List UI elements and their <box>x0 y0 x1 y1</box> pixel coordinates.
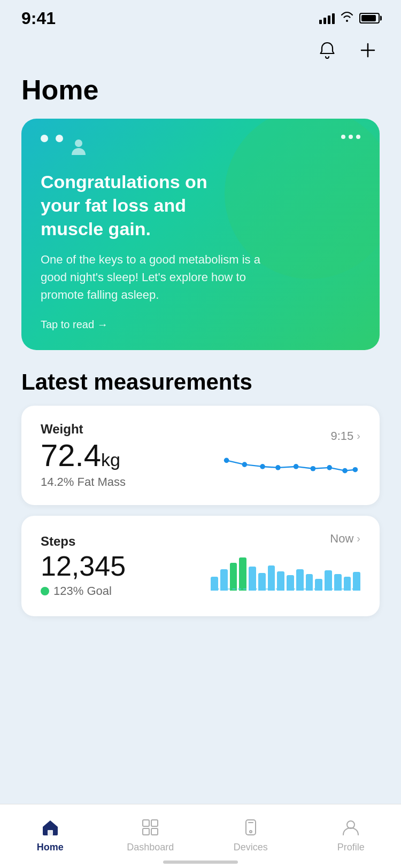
home-icon <box>39 816 61 839</box>
banner-indicator <box>41 135 87 157</box>
goal-line <box>211 588 360 590</box>
svg-rect-13 <box>151 820 158 826</box>
status-icons <box>319 11 380 25</box>
step-bar <box>249 567 256 591</box>
nav-dashboard-label: Dashboard <box>127 842 174 853</box>
person-silhouette-icon <box>71 138 87 157</box>
steps-card-left: Steps 12,345 123% Goal <box>41 534 126 598</box>
add-button[interactable] <box>356 38 380 62</box>
svg-rect-12 <box>143 828 149 835</box>
step-bar <box>325 570 332 590</box>
weight-card-left: Weight 72.4kg 14.2% Fat Mass <box>41 422 126 489</box>
menu-dot-1 <box>341 135 345 139</box>
banner-menu[interactable] <box>341 135 360 139</box>
steps-time: Now › <box>330 532 360 546</box>
weight-time: 9:15 › <box>331 429 361 443</box>
banner-card[interactable]: Congratulations on your fat loss and mus… <box>21 119 380 350</box>
svg-point-1 <box>224 458 229 463</box>
svg-rect-14 <box>151 828 158 835</box>
step-bar <box>268 565 275 591</box>
chevron-icon: › <box>357 532 360 545</box>
svg-point-2 <box>242 462 248 467</box>
plus-icon <box>359 41 377 59</box>
step-bar <box>239 557 246 590</box>
bottom-nav: Home Dashboard Devices <box>0 804 401 868</box>
banner-description: One of the keys to a good metabolism is … <box>41 251 276 304</box>
svg-point-4 <box>275 465 281 470</box>
steps-sub: 123% Goal <box>41 584 126 598</box>
weight-card-right: 9:15 › <box>221 429 360 482</box>
svg-point-7 <box>327 465 332 470</box>
notification-button[interactable] <box>314 37 340 63</box>
header-icons <box>314 37 380 63</box>
goal-indicator <box>41 587 49 595</box>
page-title: Home <box>21 74 380 106</box>
nav-profile[interactable]: Profile <box>301 809 402 853</box>
battery-icon <box>359 13 380 24</box>
menu-dot-2 <box>349 135 353 139</box>
weight-value: 72.4kg <box>41 440 126 471</box>
signal-icon <box>319 12 335 24</box>
wifi-icon <box>340 11 354 25</box>
step-bar <box>353 572 360 591</box>
svg-point-8 <box>342 468 348 473</box>
svg-point-16 <box>250 831 252 833</box>
home-indicator <box>163 861 238 864</box>
nav-home-label: Home <box>37 842 64 853</box>
status-bar: 9:41 <box>0 0 401 32</box>
nav-profile-label: Profile <box>337 842 365 853</box>
weight-label: Weight <box>41 422 126 437</box>
nav-home[interactable]: Home <box>0 809 101 853</box>
nav-devices[interactable]: Devices <box>200 809 301 853</box>
svg-point-3 <box>260 464 265 469</box>
steps-label: Steps <box>41 534 126 549</box>
profile-icon <box>340 816 362 839</box>
indicator-dot-2 <box>56 135 63 142</box>
banner-header <box>41 135 360 157</box>
nav-dashboard[interactable]: Dashboard <box>101 809 201 853</box>
banner-cta-button[interactable]: Tap to read → <box>41 319 108 331</box>
svg-point-9 <box>353 467 358 472</box>
steps-card[interactable]: Steps 12,345 123% Goal Now › <box>21 516 380 616</box>
steps-card-right: Now › <box>211 532 360 600</box>
svg-rect-11 <box>143 820 149 826</box>
svg-rect-10 <box>48 830 53 835</box>
weight-card[interactable]: Weight 72.4kg 14.2% Fat Mass 9:15 › <box>21 406 380 505</box>
page-title-section: Home <box>0 63 401 119</box>
svg-point-0 <box>75 140 82 147</box>
chevron-icon: › <box>357 430 360 442</box>
step-bar <box>277 571 284 591</box>
weight-sparkline <box>221 449 360 482</box>
step-bar <box>220 569 228 591</box>
step-bar <box>296 569 304 591</box>
steps-bars <box>211 552 360 600</box>
header <box>0 32 401 63</box>
weight-sub: 14.2% Fat Mass <box>41 475 126 489</box>
status-time: 9:41 <box>21 9 56 28</box>
svg-point-6 <box>311 466 316 471</box>
measurements-section-title: Latest measurements <box>0 350 401 406</box>
banner-title: Congratulations on your fat loss and mus… <box>41 170 244 241</box>
nav-devices-label: Devices <box>234 842 268 853</box>
steps-chart <box>211 552 360 600</box>
svg-point-5 <box>294 464 299 469</box>
steps-value: 12,345 <box>41 552 126 580</box>
svg-point-18 <box>347 821 354 828</box>
step-bar <box>230 563 237 591</box>
bell-icon <box>317 40 337 60</box>
menu-dot-3 <box>356 135 360 139</box>
indicator-dot-1 <box>41 135 48 142</box>
dashboard-icon <box>139 816 161 839</box>
devices-icon <box>240 816 262 839</box>
